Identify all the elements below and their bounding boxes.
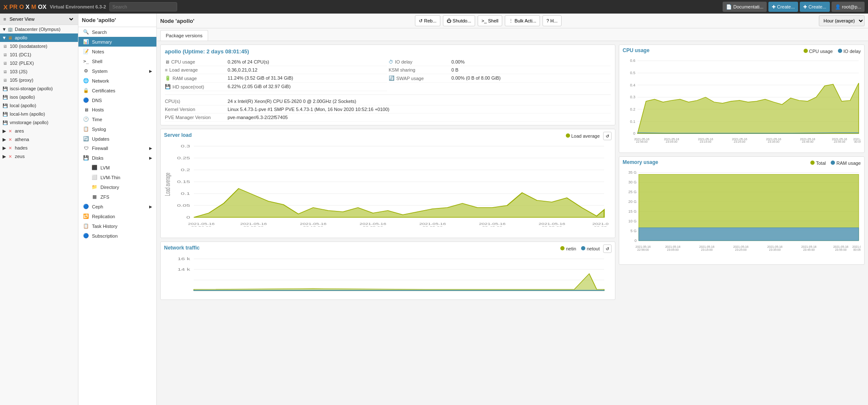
menu-item-system[interactable]: ⚙ System ▶ [78,66,156,76]
documentation-button[interactable]: 📄 Documentati... [723,2,767,12]
tab-package-versions[interactable]: Package versions [160,30,208,41]
storage-icon-vmstorage: 💾 [2,119,8,126]
net-chart-controls: netin netout ↺ [560,244,612,253]
tree-node-zeus[interactable]: ▶ ✕ zeus [0,152,78,161]
top-search-input[interactable] [109,2,177,11]
menu-item-lvm-thin[interactable]: ⬜ LVM-Thin [78,172,156,182]
time-range-select[interactable]: Hour (average) [819,15,865,26]
tree-node-ares[interactable]: ▶ ✕ ares [0,127,78,135]
menu-item-replication[interactable]: 🔁 Replication [78,211,156,221]
dns-icon: 🔵 [83,97,89,103]
tree-storage-iscsi[interactable]: 💾 iscsi-storage (apollo) [0,84,78,93]
help-icon: ? [546,18,549,23]
info-grid: 🖥 CPU usage 0.26% of 24 CPU(s) ≡ [165,58,611,91]
svg-text:0: 0 [634,239,637,243]
storage-icon-isos: 💾 [2,94,8,100]
ceph-arrow-icon: ▶ [149,205,152,209]
menu-item-notes[interactable]: 📝 Notes [78,47,156,56]
hosts-icon: 🖥 [83,107,89,112]
create1-icon: ✚ [772,4,776,10]
menu-item-summary[interactable]: 📊 Summary [78,37,156,47]
logo-mox: X [25,3,29,10]
server-view-select[interactable]: Server View [8,16,75,22]
node-label-apollo: apollo [15,35,27,40]
menu-item-syslog[interactable]: 📋 Syslog [78,124,156,134]
reboot-button[interactable]: ↺ Reb... [415,15,440,26]
menu-item-directory[interactable]: 📁 Directory [78,182,156,192]
net-refresh-button[interactable]: ↺ [603,244,612,253]
time-icon: 🕐 [83,117,89,122]
menu-label-time: Time [92,117,102,122]
svg-text:2021-05-16: 2021-05-16 [359,222,386,226]
tree-node-athena[interactable]: ▶ ✕ athena [0,135,78,144]
tree-vm-100[interactable]: 🖥 100 (isodatastore) [0,42,78,50]
svg-text:00:05: 00:05 [594,226,607,227]
svg-text:2021-05-16: 2021-05-16 [240,222,267,226]
menu-item-firewall[interactable]: 🛡 Firewall ▶ [78,144,156,153]
menu-item-task-history[interactable]: 📋 Task History [78,221,156,231]
storage-label-local-lvm: local-lvm (apollo) [10,111,45,117]
netin-dot [560,246,565,250]
bulk-action-button[interactable]: ⋮ Bulk Acti... [505,15,540,26]
pve-value: pve-manager/6.3-2/22f57405 [228,115,611,120]
logo-x3: M [31,3,36,10]
help-button[interactable]: ? H... [542,15,561,26]
svg-text:Load average: Load average [164,172,172,196]
menu-item-hosts[interactable]: 🖥 Hosts [78,105,156,114]
tree-storage-vmstorage[interactable]: 💾 vmstorage (apollo) [0,118,78,127]
svg-text:23:35:00: 23:35:00 [768,140,779,143]
certificates-icon: 🔒 [83,88,89,93]
tree-datacenter[interactable]: ▼ 🏢 Datacenter (Olympus) [0,25,78,33]
menu-item-updates[interactable]: 🔄 Updates [78,134,156,144]
menu-label-directory: Directory [100,185,119,190]
svg-text:23:55:00: 23:55:00 [542,226,562,227]
tree-vm-105[interactable]: 🖥 105 (proxy) [0,76,78,84]
pve-row: PVE Manager Version pve-manager/6.3-2/22… [165,114,611,122]
left-panels: apollo (Uptime: 2 days 08:01:45) 🖥 CPU u… [160,44,615,300]
cluster-icon-hades: ✕ [7,144,14,151]
svg-text:23:05:00: 23:05:00 [666,140,677,143]
network-icon: 🌐 [83,78,89,83]
ram-usage-dot [831,161,835,165]
reboot-label: Reb... [424,18,436,23]
load-refresh-button[interactable]: ↺ [603,132,612,140]
menu-item-shell[interactable]: >_ Shell [78,56,156,66]
tree-storage-local-lvm[interactable]: 💾 local-lvm (apollo) [0,110,78,118]
io-delay-legend: IO delay [838,49,861,54]
menu-item-ceph[interactable]: 🔵 Ceph ▶ [78,202,156,211]
tree-node-apollo[interactable]: ▼ 🖥 apollo [0,33,78,42]
create-vm-button[interactable]: ✚ Create... [768,2,798,12]
info-col-left: 🖥 CPU usage 0.26% of 24 CPU(s) ≡ [165,58,387,91]
logo-prox: PR [9,3,17,10]
tree-storage-isos[interactable]: 💾 isos (apollo) [0,93,78,101]
disks-icon: 💾 [83,155,89,161]
disks-arrow-icon: ▶ [149,156,152,160]
menu-item-network[interactable]: 🌐 Network [78,76,156,86]
tree-vm-102[interactable]: 🖥 102 (PLEX) [0,59,78,67]
create2-label: Create... [808,4,826,9]
menu-item-disks[interactable]: 💾 Disks ▶ [78,153,156,163]
tab-bar: Package versions [157,28,868,41]
menu-item-zfs[interactable]: ▦ ZFS [78,192,156,202]
node-menu-title: Node 'apollo' [82,17,116,23]
tree-node-hades[interactable]: ▶ ✕ hades [0,144,78,152]
shutdown-button[interactable]: ⏻ Shutdo... [443,15,475,26]
tree-vm-101[interactable]: 🖥 101 (DC1) [0,50,78,59]
menu-item-subscription[interactable]: 🔵 Subscription [78,231,156,241]
user-button[interactable]: 👤 root@p... [832,2,865,12]
menu-item-dns[interactable]: 🔵 DNS [78,95,156,105]
tree-storage-local[interactable]: 💾 local (apollo) [0,101,78,110]
kernel-row: Kernel Version Linux 5.4.73-1-pve #1 SMP… [165,105,611,114]
create-ct-button[interactable]: ✚ Create... [800,2,829,12]
menu-item-time[interactable]: 🕐 Time [78,114,156,124]
tree-vm-103[interactable]: 🖥 103 (JS) [0,67,78,76]
menu-item-certificates[interactable]: 🔒 Certificates [78,86,156,95]
menu-item-search[interactable]: 🔍 Search [78,27,156,37]
menu-item-lvm[interactable]: ⬛ LVM [78,163,156,172]
svg-text:0: 0 [633,131,635,136]
node-title: apollo (Uptime: 2 days 08:01:45) [165,48,611,55]
shell-button[interactable]: >_ Shell [478,15,502,26]
svg-text:23:25:00: 23:25:00 [734,140,745,143]
vm-label-105: 105 (proxy) [10,78,33,83]
io-delay-value: 0.00% [451,59,611,64]
